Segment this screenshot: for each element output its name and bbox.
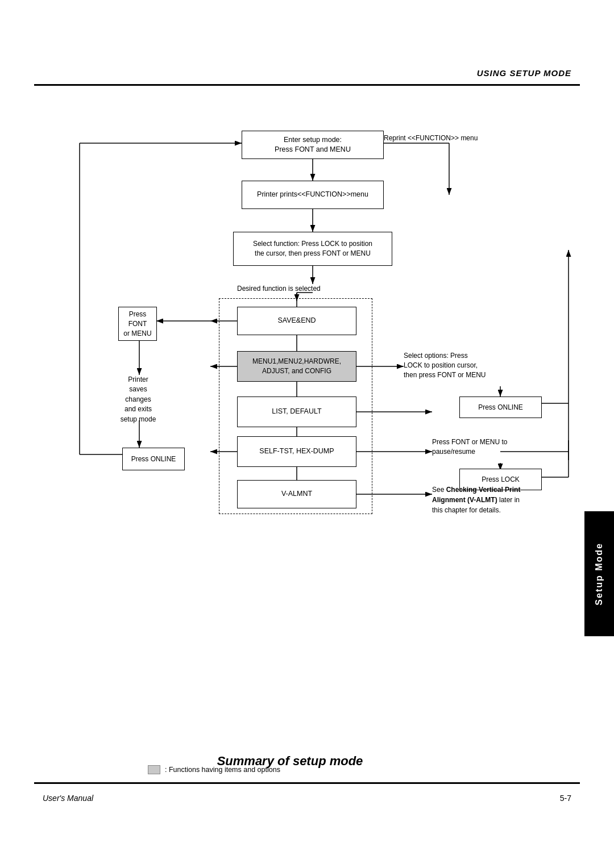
box-v-almnt: V-ALMNT xyxy=(237,480,356,508)
footer-left: User's Manual xyxy=(43,794,93,803)
v-almnt-label: V-ALMNT xyxy=(281,489,312,499)
label-reprint-function: Reprint <<FUNCTION>> menu xyxy=(384,133,497,143)
footer-right: 5-7 xyxy=(560,794,571,803)
box-self-tst: SELF-TST, HEX-DUMP xyxy=(237,436,356,467)
label-printer-saves: Printer saves changes and exits setup mo… xyxy=(115,375,161,424)
top-bar xyxy=(34,84,580,86)
box-menu-hardware: MENU1,MENU2,HARDWRE, ADJUST, and CONFIG xyxy=(237,351,356,382)
label-press-font-menu-left: Press FONT or MENU xyxy=(118,307,157,341)
box-press-online-right: Press ONLINE xyxy=(459,397,542,418)
box-press-online-left: Press ONLINE xyxy=(122,448,185,470)
list-default-label: LIST, DEFAULT xyxy=(272,407,321,417)
enter-setup-label: Enter setup mode: Press FONT and MENU xyxy=(275,135,351,155)
menu-hardware-label: MENU1,MENU2,HARDWRE, ADJUST, and CONFIG xyxy=(252,357,341,376)
diagram: Enter setup mode: Press FONT and MENU Pr… xyxy=(34,97,580,777)
sidebar-tab-label: Setup Mode xyxy=(594,542,604,606)
header-title: USING SETUP MODE xyxy=(477,68,571,78)
label-v-almnt-note: See Checking Vertical PrintAlignment (V-… xyxy=(432,485,551,515)
label-press-font-menu-right: Press FONT or MENU to pause/resume xyxy=(432,437,534,457)
sidebar-tab: Setup Mode xyxy=(584,511,614,636)
self-tst-label: SELF-TST, HEX-DUMP xyxy=(259,446,334,457)
label-select-options: Select options: Press LOCK to position c… xyxy=(404,351,503,379)
box-save-end: SAVE&END xyxy=(237,307,356,335)
label-desired-selected: Desired function is selected xyxy=(237,284,391,294)
box-list-default: LIST, DEFAULT xyxy=(237,397,356,427)
save-end-label: SAVE&END xyxy=(277,316,316,326)
select-function-label: Select function: Press LOCK to position … xyxy=(253,239,372,258)
bottom-bar xyxy=(34,782,580,784)
box-enter-setup: Enter setup mode: Press FONT and MENU xyxy=(242,131,384,159)
printer-prints-label: Printer prints<<FUNCTION>>menu xyxy=(257,190,368,200)
box-printer-prints: Printer prints<<FUNCTION>>menu xyxy=(242,181,384,209)
box-select-function: Select function: Press LOCK to position … xyxy=(233,232,392,266)
summary-title: Summary of setup mode xyxy=(0,754,580,769)
page: USING SETUP MODE Setup Mode xyxy=(0,0,614,868)
